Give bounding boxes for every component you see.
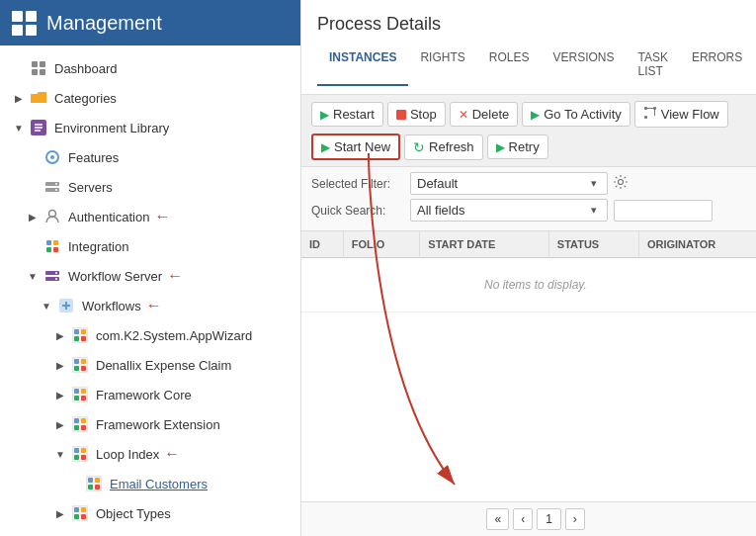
sidebar-item-authentication[interactable]: ▶ Authentication ←	[0, 202, 300, 231]
svg-rect-62	[644, 116, 647, 119]
sidebar-item-denallix[interactable]: ▶ Denallix Expense Claim	[0, 350, 300, 380]
wf-item-icon	[70, 385, 90, 404]
svg-rect-56	[81, 507, 86, 512]
sidebar-item-label: Denallix Expense Claim	[96, 358, 231, 373]
sidebar-item-appwizard[interactable]: ▶ com.K2.System.AppWizard	[0, 320, 300, 350]
next-page-button[interactable]: ›	[565, 508, 585, 530]
col-id: ID	[301, 231, 343, 258]
sidebar-item-framework-ext[interactable]: ▶ Framework Extension	[0, 409, 300, 439]
retry-icon: ▶	[496, 140, 505, 154]
view-flow-button[interactable]: View Flow	[634, 101, 728, 128]
sidebar-item-categories[interactable]: ▶ Categories	[0, 83, 300, 113]
svg-rect-1	[40, 61, 45, 67]
quick-search-input[interactable]	[614, 200, 713, 222]
svg-rect-16	[53, 240, 58, 245]
expand-icon: ▶	[53, 506, 67, 520]
prev-page-button[interactable]: ‹	[513, 508, 533, 530]
sidebar-item-features[interactable]: Features	[0, 142, 300, 172]
sidebar-item-label: com.K2.System.AppWizard	[96, 328, 252, 343]
sidebar-item-label: Workflow Server	[68, 269, 162, 284]
sidebar-item-workflow-server[interactable]: ▼ Workflow Server ←	[0, 261, 300, 291]
col-folio: FOLIO	[343, 231, 420, 258]
viewflow-label: View Flow	[661, 107, 719, 122]
quick-search-label: Quick Search:	[311, 204, 410, 218]
svg-rect-55	[74, 507, 79, 512]
goto-icon: ▶	[531, 108, 540, 122]
tab-roles[interactable]: ROLES	[477, 45, 542, 86]
svg-rect-2	[32, 69, 38, 75]
sidebar-item-dashboard[interactable]: Dashboard	[0, 53, 300, 83]
svg-rect-33	[81, 366, 86, 371]
expand-icon: ▶	[53, 417, 67, 431]
tab-instances[interactable]: INSTANCES	[317, 45, 408, 86]
sidebar-item-label: Categories	[54, 91, 117, 106]
sidebar-item-framework-core[interactable]: ▶ Framework Core	[0, 380, 300, 409]
sidebar-item-label: Workflows	[82, 299, 141, 313]
expand-icon: ▼	[40, 299, 53, 313]
quick-search-select[interactable]: All fields ▾	[410, 199, 608, 222]
first-page-button[interactable]: «	[486, 508, 509, 530]
start-new-button[interactable]: ▶ Start New	[311, 134, 400, 160]
folder-icon	[29, 88, 48, 108]
sidebar-item-object-types[interactable]: ▶ Object Types	[0, 498, 300, 528]
tab-errors[interactable]: ERRORS	[680, 45, 754, 86]
sidebar-header: Management	[0, 0, 300, 45]
svg-rect-36	[81, 389, 86, 394]
sidebar-item-label: Loop Index	[96, 447, 159, 462]
settings-icon[interactable]	[614, 175, 628, 192]
svg-rect-46	[81, 448, 86, 453]
svg-rect-57	[74, 514, 79, 519]
svg-rect-0	[32, 61, 38, 67]
instances-table: ID FOLIO START DATE STATUS ORIGINATOR No…	[301, 231, 756, 501]
go-to-activity-button[interactable]: ▶ Go To Activity	[522, 102, 630, 127]
tab-rights[interactable]: RIGHTS	[408, 45, 476, 86]
refresh-label: Refresh	[429, 139, 474, 154]
sidebar-item-label: Integration	[68, 239, 128, 254]
page-title: Process Details	[317, 14, 754, 35]
svg-rect-3	[40, 69, 45, 75]
tab-versions[interactable]: VERSIONS	[541, 45, 626, 86]
selected-filter-select[interactable]: Default ▾	[410, 172, 608, 195]
sidebar-item-loop-index[interactable]: ▼ Loop Index ←	[0, 439, 300, 469]
svg-rect-43	[81, 425, 86, 430]
svg-rect-17	[46, 247, 51, 252]
refresh-button[interactable]: ↻ Refresh	[404, 134, 483, 160]
sidebar-item-label: Framework Extension	[96, 417, 220, 432]
col-start-date: START DATE	[420, 231, 548, 258]
sidebar-item-workflows[interactable]: ▼ Workflows ←	[0, 291, 300, 320]
tab-task-list[interactable]: TASK LIST	[627, 45, 680, 86]
svg-rect-51	[95, 478, 100, 483]
sidebar-nav: Dashboard ▶ Categories ▼ Environment Lib…	[0, 45, 300, 536]
sidebar-item-integration[interactable]: Integration	[0, 231, 300, 261]
svg-rect-50	[88, 478, 93, 483]
expand-icon: ▶	[53, 358, 67, 372]
main-panel: Process Details INSTANCES RIGHTS ROLES V…	[301, 0, 756, 536]
expand-placeholder	[67, 477, 81, 491]
restart-button[interactable]: ▶ Restart	[311, 102, 383, 127]
workflows-icon	[56, 296, 76, 315]
svg-rect-28	[81, 336, 86, 341]
sidebar-item-servers[interactable]: Servers	[0, 172, 300, 202]
svg-rect-15	[46, 240, 51, 245]
sidebar-item-label: Dashboard	[54, 61, 118, 76]
sidebar-item-label: Authentication	[68, 210, 149, 224]
expand-icon: ▶	[53, 388, 67, 402]
delete-label: Delete	[472, 107, 510, 122]
sidebar-item-email-customers[interactable]: Email Customers	[0, 469, 300, 498]
sidebar-item-label: Features	[68, 150, 119, 165]
svg-rect-48	[81, 455, 86, 460]
svg-rect-30	[74, 359, 79, 364]
wf-item-icon	[70, 325, 90, 345]
svg-rect-26	[81, 329, 86, 334]
refresh-icon: ↻	[413, 139, 425, 155]
stop-label: Stop	[410, 107, 437, 122]
start-new-label: Start New	[334, 139, 390, 154]
delete-button[interactable]: ✕ Delete	[450, 102, 519, 127]
sidebar-item-label: Email Customers	[110, 477, 208, 491]
sidebar-item-env-library[interactable]: ▼ Environment Library	[0, 113, 300, 142]
retry-button[interactable]: ▶ Retry	[487, 134, 548, 159]
empty-message: No items to display.	[301, 258, 756, 313]
wf-item-icon	[70, 414, 90, 434]
start-new-icon: ▶	[321, 140, 330, 154]
stop-button[interactable]: Stop	[387, 102, 446, 127]
